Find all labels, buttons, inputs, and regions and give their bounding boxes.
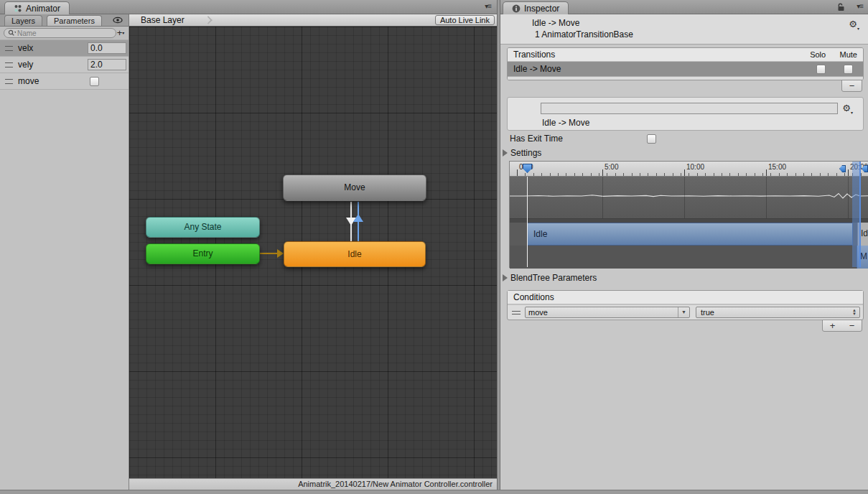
breadcrumb-bar: Base Layer Auto Live Link — [129, 14, 497, 27]
transition-list-item-label: Idle -> Move — [513, 64, 561, 74]
eye-icon[interactable] — [113, 17, 123, 24]
settings-foldout[interactable]: Settings — [500, 146, 868, 159]
chevron-down-icon: ▼ — [678, 307, 689, 317]
parameter-search-row: +▾ — [0, 27, 129, 40]
parameter-search-input[interactable] — [17, 29, 112, 37]
state-node-idle[interactable]: Idle — [284, 241, 426, 267]
tab-animator[interactable]: Animator — [4, 1, 70, 14]
transition-duration-band[interactable] — [852, 162, 859, 267]
add-parameter-button[interactable]: +▾ — [116, 28, 125, 38]
condition-parameter-value: move — [526, 308, 678, 317]
animation-curve — [510, 177, 868, 218]
auto-live-link-button[interactable]: Auto Live Link — [435, 15, 495, 25]
parameter-searchbox[interactable] — [4, 28, 116, 38]
entry-arrow-icon — [277, 249, 284, 258]
tick-label: 5:00 — [605, 163, 618, 171]
lock-icon[interactable] — [837, 3, 845, 11]
move-clip-row: M — [510, 246, 868, 269]
parameter-row-vely[interactable]: vely — [0, 57, 129, 73]
drag-handle-icon[interactable] — [5, 79, 14, 84]
state-machine-graph[interactable]: Move Any State Entry Idle — [129, 27, 497, 478]
condition-row: move ▼ true ▲▼ — [508, 304, 863, 320]
parameters-panel: +▾ velx vely move — [0, 27, 129, 490]
playhead-line — [527, 177, 528, 267]
parameter-name[interactable]: vely — [18, 60, 33, 70]
tab-inspector-label: Inspector — [524, 4, 559, 14]
drag-handle-icon[interactable] — [5, 46, 14, 51]
breadcrumb-base-layer[interactable]: Base Layer — [129, 15, 185, 25]
tab-animator-label: Animator — [26, 4, 60, 14]
animator-toolbar: Layers Parameters Base Layer Auto Live L… — [0, 14, 497, 27]
gear-icon[interactable]: ⚙▾ — [842, 103, 853, 115]
inspector-header: Idle -> Move 1 AnimatorTransitionBase ⚙▾ — [500, 14, 868, 45]
animator-tabstrip: Animator ▾≡ — [0, 0, 497, 14]
tab-layers-label: Layers — [11, 17, 35, 25]
entry-transition[interactable] — [260, 253, 279, 254]
parameter-row-move[interactable]: move — [0, 73, 129, 90]
preview-curve-band — [510, 177, 868, 218]
inspector-panel: Inspector ▾≡ Idle -> Move 1 AnimatorTran… — [500, 0, 868, 490]
transition-timeline[interactable]: 0:00 5:00 10:00 15:00 20:00 Idle — [509, 161, 868, 268]
transitions-header-label: Transitions — [513, 50, 555, 60]
transition-list-item[interactable]: Idle -> Move — [508, 62, 863, 77]
state-node-any-state[interactable]: Any State — [146, 217, 260, 238]
search-icon — [8, 29, 16, 37]
transitions-header: Transitions Solo Mute — [508, 48, 863, 62]
solo-column-label: Solo — [810, 50, 826, 59]
mute-checkbox[interactable] — [844, 65, 853, 74]
condition-parameter-dropdown[interactable]: move ▼ — [525, 307, 690, 318]
inspector-menu-icon[interactable]: ▾≡ — [857, 2, 863, 10]
parameter-tabbar: Layers Parameters — [0, 14, 129, 27]
parameter-value-field[interactable] — [88, 59, 126, 70]
transition-name-input[interactable] — [541, 103, 838, 114]
animator-icon — [14, 4, 22, 13]
transition-start-marker-icon[interactable] — [839, 165, 846, 172]
minor-ticks — [517, 173, 868, 176]
transition-arrow-up-icon — [353, 214, 363, 222]
condition-value: true — [696, 308, 849, 317]
tab-parameters[interactable]: Parameters — [47, 15, 102, 26]
inspector-tabstrip: Inspector ▾≡ — [500, 0, 868, 14]
parameter-name[interactable]: move — [18, 76, 39, 86]
animator-panel: Animator ▾≡ Layers Parameters Base Layer… — [0, 0, 497, 490]
foldout-triangle-icon — [503, 149, 508, 157]
drag-handle-icon[interactable] — [512, 311, 521, 314]
gear-icon[interactable]: ⚙▾ — [849, 19, 859, 31]
tab-layers[interactable]: Layers — [4, 15, 42, 26]
condition-value-dropdown[interactable]: true ▲▼ — [696, 307, 860, 318]
has-exit-time-checkbox[interactable] — [647, 134, 656, 144]
animator-menu-icon[interactable]: ▾≡ — [485, 2, 491, 10]
has-exit-time-row: Has Exit Time — [500, 132, 868, 145]
tab-inspector[interactable]: Inspector — [503, 1, 569, 14]
blendtree-foldout[interactable]: BlendTree Parameters — [500, 271, 868, 284]
blendtree-label: BlendTree Parameters — [510, 273, 597, 283]
transition-end-line[interactable] — [859, 162, 861, 267]
idle-clip-bar[interactable]: Idle — [527, 223, 853, 246]
controller-path-statusbar: Animatrik_20140217/New Animator Controll… — [129, 478, 497, 490]
parameter-value-field[interactable] — [88, 42, 126, 54]
controller-path: Animatrik_20140217/New Animator Controll… — [298, 480, 493, 488]
foldout-triangle-icon — [503, 274, 508, 281]
solo-checkbox[interactable] — [816, 65, 826, 74]
drag-handle-icon[interactable] — [5, 62, 14, 67]
parameter-checkbox[interactable] — [90, 77, 99, 86]
settings-label: Settings — [510, 148, 541, 158]
parameter-name[interactable]: velx — [18, 43, 33, 53]
remove-condition-button[interactable]: − — [842, 320, 862, 331]
state-node-entry[interactable]: Entry — [146, 243, 260, 264]
conditions-section: Conditions move ▼ true ▲▼ — [507, 290, 864, 320]
inspector-subtitle: 1 AnimatorTransitionBase — [535, 29, 868, 39]
unity-window: Animator ▾≡ Layers Parameters Base Layer… — [0, 0, 868, 494]
transition-name-section: ⚙▾ Idle -> Move — [507, 97, 864, 131]
window-bottom-strip — [0, 490, 868, 494]
tab-parameters-label: Parameters — [54, 17, 95, 25]
info-icon — [512, 4, 521, 13]
parameter-row-velx[interactable]: velx — [0, 40, 129, 57]
add-condition-button[interactable]: + — [823, 320, 842, 331]
mute-column-label: Mute — [840, 50, 857, 59]
state-node-move[interactable]: Move — [283, 174, 426, 201]
transitions-section: Transitions Solo Mute Idle -> Move — [507, 47, 864, 80]
timeline-ruler[interactable]: 0:00 5:00 10:00 15:00 20:00 — [510, 162, 868, 177]
has-exit-time-label: Has Exit Time — [510, 134, 563, 144]
remove-transition-button[interactable]: − — [842, 80, 862, 91]
